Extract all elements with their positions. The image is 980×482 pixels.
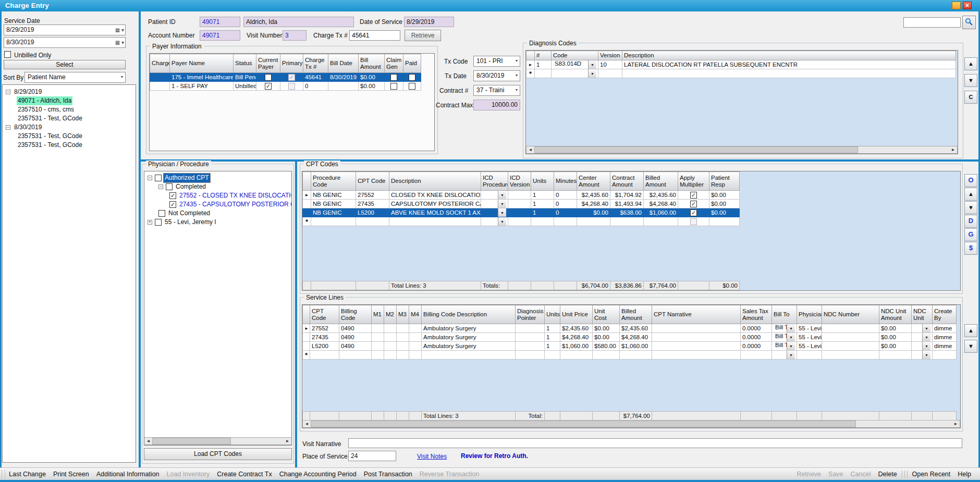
collapse-icon[interactable]: − — [158, 184, 163, 189]
checkbox-cell[interactable]: ✓ — [256, 82, 280, 91]
tx-code-select[interactable]: 101 - PRI▾ — [473, 56, 520, 67]
row-selector[interactable] — [303, 208, 311, 217]
grid-cell[interactable]: 0490 — [339, 333, 372, 342]
checkbox-cell[interactable]: ✓ — [678, 191, 709, 200]
scroll-right-icon[interactable]: ► — [949, 146, 957, 153]
grid-cell[interactable]: 1 — [531, 208, 554, 217]
grid-cell[interactable]: $0.00 — [359, 82, 385, 91]
checkbox[interactable]: ✓ — [690, 192, 697, 199]
calendar-icon[interactable]: ▦ ▾ — [111, 39, 124, 46]
tree-item-label[interactable]: 2357510 - cms, cms — [17, 105, 75, 114]
grid-cell[interactable] — [310, 351, 339, 360]
scroll-right-icon[interactable]: ► — [284, 438, 291, 444]
search-input[interactable] — [903, 17, 961, 28]
tree-item-label[interactable]: Not Completed — [167, 209, 211, 218]
tree-item[interactable]: 2357531 - Test, GCode — [3, 141, 136, 150]
dropdown-cell[interactable]: ▼ — [912, 324, 933, 333]
statusbar-item-post-transaction[interactable]: Post Transaction — [360, 471, 416, 478]
dropdown-arrow-icon[interactable]: ▼ — [922, 333, 930, 341]
dropdown-arrow-icon[interactable]: ▼ — [787, 342, 795, 350]
cpt-g-button[interactable]: G — [964, 228, 977, 241]
grid-cell[interactable] — [508, 217, 531, 226]
grid-cell[interactable]: 27435 — [310, 333, 339, 342]
grid-cell[interactable] — [409, 351, 422, 360]
tree-item-label[interactable]: Authorized CPT — [164, 174, 210, 182]
table-row[interactable]: NB GENIC27435CAPSULOTOMY POSTERIOR CAPS▼… — [303, 200, 740, 208]
service-date-from-input[interactable]: 8/29/2019 ▦ ▾ — [4, 24, 126, 35]
table-row[interactable]: 1 - SELF PAYUnbilled✓0$0.00 — [150, 82, 421, 91]
charge-tx-input[interactable]: 45641 — [349, 30, 400, 41]
dropdown-cell[interactable]: ▼ — [481, 208, 508, 217]
cpt-d-button[interactable]: D — [964, 215, 977, 228]
statusbar-item-additional-information[interactable]: Additional Information — [93, 471, 163, 478]
dropdown-arrow-icon[interactable]: ▼ — [498, 208, 506, 217]
scroll-left-icon[interactable]: ◄ — [303, 421, 311, 427]
tree-item[interactable]: ✓27435 - CAPSULOTOMY POSTERIOR CAP — [144, 200, 291, 209]
grid-cell[interactable]: dimme — [933, 333, 957, 342]
grid-cell[interactable]: $0.00 — [879, 333, 912, 342]
checkbox[interactable]: ✓ — [169, 201, 176, 208]
grid-cell[interactable] — [709, 217, 740, 226]
diagnosis-down-button[interactable]: ▼ — [964, 74, 977, 87]
grid-cell[interactable]: $4,268.40 — [560, 333, 593, 342]
checkbox[interactable] — [158, 210, 165, 217]
grid-cell[interactable]: $4,268.40 — [620, 333, 652, 342]
dropdown-cell[interactable]: ▼ — [481, 200, 508, 208]
visit-narrative-input[interactable] — [348, 438, 962, 448]
grid-cell[interactable]: $4,268.40 — [644, 200, 678, 208]
grid-cell[interactable]: 55 - Levi, J — [797, 324, 822, 333]
checkbox[interactable]: ✓ — [288, 74, 295, 81]
grid-cell[interactable] — [409, 333, 422, 342]
dropdown-arrow-icon[interactable]: ▼ — [588, 69, 596, 78]
row-selector[interactable]: * — [303, 217, 311, 226]
row-selector[interactable]: * — [526, 69, 535, 78]
grid-cell[interactable]: dimme — [933, 324, 957, 333]
grid-cell[interactable]: 1 — [531, 200, 554, 208]
diagnosis-up-button[interactable]: ▲ — [964, 57, 977, 70]
diagnosis-hscrollbar[interactable]: ◄ ► — [526, 146, 958, 154]
grid-cell[interactable] — [397, 324, 409, 333]
grid-cell[interactable]: 1 — [535, 60, 552, 69]
grid-cell[interactable]: 8/30/2019 — [328, 73, 359, 82]
grid-cell[interactable] — [652, 333, 741, 342]
table-row[interactable]: L52000490Ambulatory Surgery1$1,060.00$58… — [303, 342, 957, 351]
row-selector[interactable]: ► — [303, 191, 311, 200]
scroll-left-icon[interactable]: ◄ — [144, 438, 152, 444]
grid-cell[interactable] — [516, 351, 545, 360]
checkbox-cell[interactable] — [385, 82, 403, 91]
grid-cell[interactable] — [409, 324, 422, 333]
checkbox[interactable]: ✓ — [690, 209, 697, 216]
grid-cell[interactable] — [409, 342, 422, 351]
row-selector[interactable] — [303, 200, 311, 208]
close-button[interactable]: ✕ — [963, 2, 972, 9]
place-of-service-input[interactable]: 24 — [348, 451, 396, 461]
dropdown-cell[interactable]: S83.014D▼ — [552, 60, 598, 69]
grid-cell[interactable] — [516, 324, 545, 333]
dropdown-arrow-icon[interactable]: ▼ — [787, 351, 795, 359]
dropdown-arrow-icon[interactable]: ▼ — [922, 324, 930, 332]
dropdown-cell[interactable]: ▼ — [481, 217, 508, 226]
grid-cell[interactable]: dimme — [933, 342, 957, 351]
grid-cell[interactable] — [516, 342, 545, 351]
grid-cell[interactable] — [535, 69, 552, 78]
grid-cell[interactable] — [384, 333, 397, 342]
scroll-right-icon[interactable]: ► — [952, 421, 960, 427]
grid-cell[interactable]: NB GENIC — [311, 208, 356, 217]
grid-cell[interactable]: $0.00 — [879, 324, 912, 333]
grid-cell[interactable]: Ambulatory Surgery — [422, 324, 516, 333]
statusbar-item-open-recent[interactable]: Open Recent — [909, 471, 954, 478]
grid-cell[interactable] — [531, 217, 554, 226]
grid-cell[interactable]: 1 - SELF PAY — [170, 82, 234, 91]
checkbox-cell[interactable]: ✓ — [678, 208, 709, 217]
grid-cell[interactable]: $1,060.00 — [644, 208, 678, 217]
service-down-button[interactable]: ▼ — [964, 340, 977, 353]
tree-item[interactable]: ✓27552 - CLOSED TX KNEE DISLOCATION W — [144, 191, 291, 200]
grid-cell[interactable] — [384, 324, 397, 333]
grid-cell[interactable]: 1 — [545, 333, 560, 342]
dropdown-cell[interactable]: ▼ — [481, 191, 508, 200]
grid-cell[interactable]: $0.00 — [593, 333, 620, 342]
tree-item[interactable]: −Authorized CPT — [144, 174, 291, 182]
minimize-button[interactable] — [952, 2, 961, 9]
grid-cell[interactable] — [652, 342, 741, 351]
dropdown-arrow-icon[interactable]: ▼ — [498, 200, 506, 208]
